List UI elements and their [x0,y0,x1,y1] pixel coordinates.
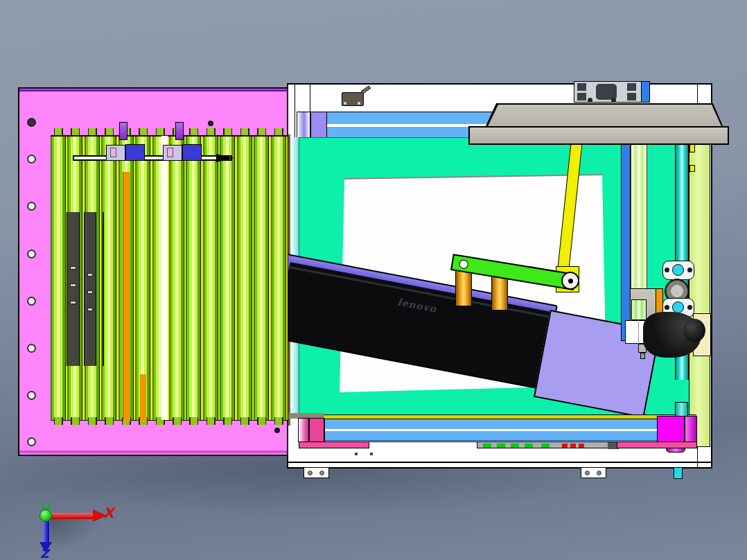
red-led [570,444,576,448]
pink-bar [299,441,369,448]
pink-bar [617,441,697,448]
screw-hole [27,202,36,211]
foot-bracket [581,467,606,478]
sensor-screw [344,102,346,105]
extrusion-corner [627,93,636,100]
teal-cylinder [675,402,688,417]
blade-tip [216,154,234,162]
frame-bottom-line [288,462,712,463]
bearing-screw [687,305,692,310]
pale-side-panel [689,134,710,447]
nozzle-tip-end [640,353,645,359]
extrusion-lug [611,98,616,103]
carriage-blue [182,144,202,161]
green-led [511,444,519,448]
speck [355,453,358,455]
orange-strip [123,172,130,421]
pink-panel-top-edge [19,89,287,91]
bearing-screw [665,305,669,310]
lavender-gradient-block [297,112,310,139]
origin-ball [39,509,52,522]
x-axis-shaft [51,513,93,519]
extrusion-corner [577,93,586,100]
frame-inner-line-left [295,85,295,139]
pivot-center [568,279,573,283]
elbow-end [683,319,705,342]
roller-tabs-bottom [51,417,288,425]
green-led [525,444,533,448]
blue-post-top [641,81,650,103]
red-led [562,444,568,448]
slot-edge-line [103,212,104,366]
slide-bar [73,155,232,161]
purple-clip [119,122,128,140]
gray-gantry-plate [485,103,723,128]
green-led [483,444,491,448]
purple-clip [175,122,184,140]
dark-slot [67,212,80,366]
z-axis-label: Z [40,547,49,560]
bearing-cyan-bore [672,264,684,276]
led-strip [477,441,619,448]
pink-panel-bottom-edge [19,450,287,453]
panel-dot [208,121,213,126]
laptop-brand: lenovo [396,296,437,314]
screw-hole [27,118,36,127]
purple-block [310,112,327,139]
magenta-gradient [685,416,697,442]
orange-strip [140,374,146,421]
foot-screw [308,471,313,475]
nozzle-cylinder [631,299,647,320]
extrusion-lug [588,98,592,103]
carriage-blue [125,144,145,161]
dark-slot [84,212,96,366]
red-led [579,444,584,448]
blue-post [621,140,631,341]
cyan-peg [674,467,683,479]
gray-gantry-bar [468,126,729,145]
foot-screw [597,471,601,475]
screw-hole [27,391,36,400]
screw-hole [27,297,36,306]
x-axis-label: X [103,505,114,521]
carriage-pink-inner [110,148,116,157]
bottom-blue-bars [324,419,658,442]
screw-hole [27,155,36,164]
cad-viewport: lenovo [0,0,747,560]
screw-hole [27,344,36,353]
slot-fastener [70,301,76,304]
bearing-screw [687,268,692,272]
foot-screw [585,471,590,475]
extrusion-corner [627,83,636,91]
nozzle-divider [638,320,639,344]
yellow-tab [689,144,695,152]
slot-fastener [70,266,76,270]
foot-bracket [304,467,329,478]
speck [370,453,373,455]
link-hole [459,259,469,270]
roller-white-gap [161,136,168,420]
screw-hole [27,250,36,259]
bearing-screw [665,268,669,272]
foot-screw [319,471,324,475]
carriage-pink-inner [167,148,173,157]
sensor-screw [358,102,360,105]
green-led [497,444,505,448]
yellow-tab [689,165,695,172]
slot-fastener [87,308,93,311]
frame-inner-line-left2 [310,85,310,112]
gold-standoff [455,269,472,306]
slot-fastener [87,290,93,294]
gold-standoff [491,274,508,310]
extrusion-corner [577,83,586,91]
z-axis-shaft [43,520,49,542]
pink-block [309,418,324,442]
slot-fastener [87,273,93,277]
panel-dot [274,428,280,433]
green-led [541,444,550,448]
screw-hole [27,437,36,446]
slot-fastener [70,283,76,287]
magenta-block [657,416,685,442]
pink-roller-end [298,418,309,442]
